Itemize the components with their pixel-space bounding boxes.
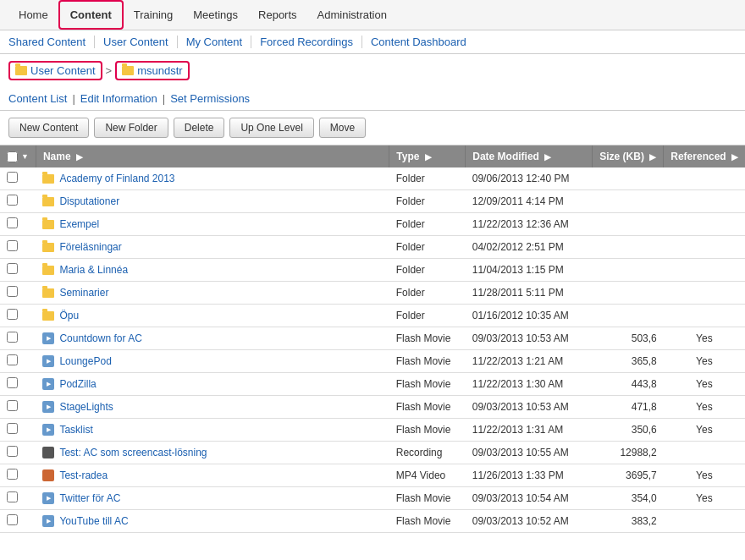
row-size: 3695,7 xyxy=(593,464,664,487)
table-row: FöreläsningarFolder04/02/2012 2:51 PM xyxy=(0,236,745,259)
file-link[interactable]: Exempel xyxy=(59,218,99,230)
row-checkbox[interactable] xyxy=(7,446,18,457)
row-size xyxy=(593,190,664,213)
file-link[interactable]: Tasklist xyxy=(59,424,92,436)
header-type[interactable]: Type ▶ xyxy=(389,145,466,167)
row-date: 09/06/2013 12:40 PM xyxy=(466,167,593,190)
row-checkbox[interactable] xyxy=(7,309,18,320)
nav-training[interactable]: Training xyxy=(124,2,183,28)
file-link[interactable]: StageLights xyxy=(59,401,113,413)
subnav-shared-content[interactable]: Shared Content xyxy=(8,36,95,48)
row-referenced xyxy=(664,167,745,190)
row-checkbox[interactable] xyxy=(7,423,18,434)
folder-icon xyxy=(42,197,54,206)
row-type: Folder xyxy=(389,282,466,305)
subnav-content-dashboard[interactable]: Content Dashboard xyxy=(362,36,475,48)
row-type: Recording xyxy=(389,442,466,464)
row-type: Flash Movie xyxy=(389,510,466,533)
row-date: 11/22/2013 1:21 AM xyxy=(466,350,593,373)
subnav-user-content[interactable]: User Content xyxy=(95,36,178,48)
file-link[interactable]: Disputationer xyxy=(59,195,119,207)
breadcrumb-msundstr[interactable]: msundstr xyxy=(115,61,189,80)
nav-home[interactable]: Home xyxy=(8,2,58,28)
table-row: ÖpuFolder01/16/2012 10:35 AM xyxy=(0,305,745,327)
row-checkbox[interactable] xyxy=(7,263,18,274)
row-size: 471,8 xyxy=(593,396,664,419)
breadcrumb: User Content > msundstr xyxy=(0,54,745,87)
up-one-level-button[interactable]: Up One Level xyxy=(229,118,313,138)
flash-icon xyxy=(42,401,54,413)
file-link[interactable]: YouTube till AC xyxy=(59,515,128,527)
sort-arrow-size: ▶ xyxy=(649,152,656,162)
breadcrumb-user-content[interactable]: User Content xyxy=(8,61,102,80)
file-link[interactable]: Academy of Finland 2013 xyxy=(59,173,174,184)
breadcrumb-link-user-content[interactable]: User Content xyxy=(30,64,96,77)
row-checkbox[interactable] xyxy=(7,217,18,228)
file-link[interactable]: Föreläsningar xyxy=(59,241,121,253)
table-row: SeminarierFolder11/28/2011 5:11 PM xyxy=(0,282,745,305)
breadcrumb-separator: > xyxy=(106,64,113,77)
file-link[interactable]: Test-radea xyxy=(59,469,108,481)
new-content-button[interactable]: New Content xyxy=(8,118,89,138)
file-link[interactable]: PodZilla xyxy=(59,378,96,390)
row-checkbox[interactable] xyxy=(7,469,18,480)
nav-reports[interactable]: Reports xyxy=(248,2,307,28)
move-button[interactable]: Move xyxy=(319,118,366,138)
row-checkbox[interactable] xyxy=(7,377,18,388)
header-name[interactable]: Name ▶ xyxy=(36,145,389,167)
folder-icon xyxy=(42,243,54,252)
table-row: LoungePodFlash Movie11/22/2013 1:21 AM36… xyxy=(0,350,745,373)
row-size: 365,8 xyxy=(593,350,664,373)
file-link[interactable]: Öpu xyxy=(59,310,79,321)
file-link[interactable]: Test: AC som screencast-lösning xyxy=(59,447,207,458)
row-type: Flash Movie xyxy=(389,487,466,510)
subnav-my-content[interactable]: My Content xyxy=(178,36,251,48)
file-link[interactable]: LoungePod xyxy=(59,355,111,367)
row-checkbox[interactable] xyxy=(7,286,18,297)
header-size[interactable]: Size (KB) ▶ xyxy=(593,145,664,167)
subnav-forced-recordings[interactable]: Forced Recordings xyxy=(251,36,362,48)
row-date: 09/03/2013 10:55 AM xyxy=(466,442,593,464)
sort-arrow-name: ▶ xyxy=(76,152,83,162)
row-date: 11/22/2013 12:36 AM xyxy=(466,213,593,236)
new-folder-button[interactable]: New Folder xyxy=(94,118,168,138)
row-checkbox[interactable] xyxy=(7,514,18,525)
action-set-permissions[interactable]: Set Permissions xyxy=(170,92,250,105)
table-row: ExempelFolder11/22/2013 12:36 AM xyxy=(0,213,745,236)
delete-button[interactable]: Delete xyxy=(174,118,225,138)
nav-meetings[interactable]: Meetings xyxy=(183,2,248,28)
folder-icon xyxy=(42,220,54,229)
file-link[interactable]: Twitter för AC xyxy=(59,492,120,504)
row-checkbox[interactable] xyxy=(7,240,18,251)
row-checkbox[interactable] xyxy=(7,195,18,206)
nav-administration[interactable]: Administration xyxy=(307,2,397,28)
flash-icon xyxy=(42,332,54,344)
file-link[interactable]: Maria & Linnéa xyxy=(59,264,128,276)
row-checkbox[interactable] xyxy=(7,400,18,411)
row-type: Folder xyxy=(389,190,466,213)
row-date: 11/04/2013 1:15 PM xyxy=(466,259,593,282)
row-date: 11/22/2013 1:31 AM xyxy=(466,419,593,442)
folder-icon-2 xyxy=(122,66,134,75)
row-size: 383,2 xyxy=(593,510,664,533)
table-row: StageLightsFlash Movie09/03/2013 10:53 A… xyxy=(0,396,745,419)
sort-arrow-type: ▶ xyxy=(425,152,432,162)
row-checkbox[interactable] xyxy=(7,172,18,183)
row-referenced xyxy=(664,236,745,259)
select-all-checkbox[interactable] xyxy=(7,151,18,162)
header-referenced[interactable]: Referenced ▶ xyxy=(664,145,745,167)
action-edit-information[interactable]: Edit Information xyxy=(80,92,157,105)
row-checkbox[interactable] xyxy=(7,354,18,365)
separator-2: | xyxy=(157,92,170,105)
row-checkbox[interactable] xyxy=(7,491,18,502)
row-type: Flash Movie xyxy=(389,396,466,419)
folder-icon xyxy=(15,66,27,75)
breadcrumb-link-msundstr[interactable]: msundstr xyxy=(137,64,182,77)
row-checkbox[interactable] xyxy=(7,332,18,343)
header-date[interactable]: Date Modified ▶ xyxy=(466,145,593,167)
row-size xyxy=(593,305,664,327)
nav-content[interactable]: Content xyxy=(58,0,124,30)
file-link[interactable]: Countdown for AC xyxy=(59,332,141,344)
file-link[interactable]: Seminarier xyxy=(59,287,108,299)
action-content-list[interactable]: Content List xyxy=(8,92,67,105)
